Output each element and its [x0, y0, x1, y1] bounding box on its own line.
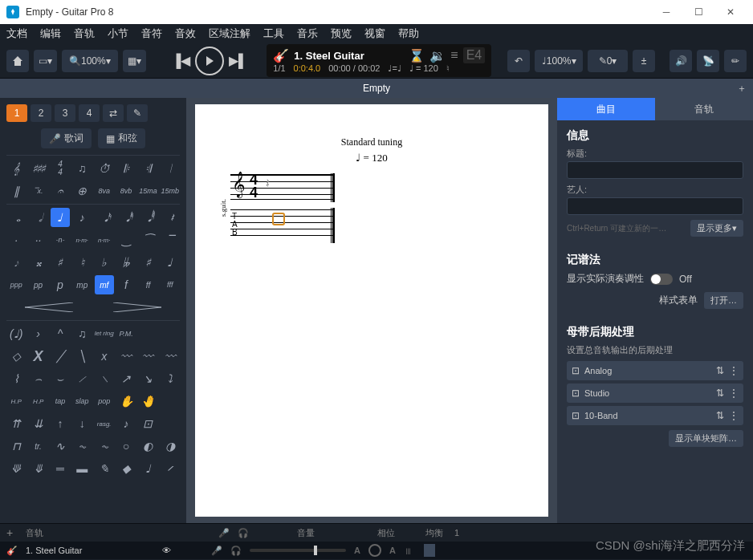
prev-button[interactable]: ▐◀: [172, 53, 190, 68]
barline-button[interactable]: 𝄀: [161, 159, 180, 178]
effect-row-10band[interactable]: ⊡ 10-Band ⇅ ⋮: [567, 406, 743, 425]
brush-button[interactable]: ✏: [724, 50, 747, 72]
accent-button[interactable]: ›: [28, 324, 47, 343]
sharp-button[interactable]: ♯: [51, 253, 70, 272]
sustain-button[interactable]: ═: [51, 459, 70, 478]
rasg-button[interactable]: rasg.: [95, 414, 114, 433]
tap-button[interactable]: tap: [51, 392, 70, 411]
menu-edit[interactable]: 编辑: [40, 26, 61, 41]
track-mic-icon[interactable]: 🎤: [211, 546, 222, 556]
slash-note-button[interactable]: 𝄍: [161, 459, 180, 478]
effect-menu-icon[interactable]: ⋮: [729, 410, 739, 421]
standard-staff[interactable]: 𝄞 44 𝄽: [230, 174, 335, 200]
triplet-feel-button[interactable]: ♫: [72, 159, 92, 178]
menu-window[interactable]: 视窗: [364, 26, 385, 41]
menu-help[interactable]: 帮助: [398, 26, 419, 41]
crescendo-button[interactable]: [6, 298, 92, 317]
grace-note-button[interactable]: 𝆕: [6, 253, 26, 272]
show-matrix-button[interactable]: 显示单块矩阵…: [669, 430, 743, 447]
pop-button[interactable]: pop: [95, 392, 114, 411]
track-row-1[interactable]: 🎸 1. Steel Guitar 👁 🎤 🎧 A A ⫼: [0, 542, 753, 559]
15mb-button[interactable]: 15mb: [161, 181, 180, 201]
mic-icon[interactable]: 🎤: [218, 528, 230, 538]
menu-file[interactable]: 文档: [6, 26, 27, 41]
effect-updown-icon[interactable]: ⇅: [716, 365, 724, 376]
double-sharp-button[interactable]: 𝄪: [28, 253, 47, 272]
effect-menu-icon[interactable]: ⋮: [729, 388, 739, 399]
slide-in-button[interactable]: ╲: [72, 347, 92, 366]
trem-dive-button[interactable]: ⤋: [28, 459, 47, 478]
menu-sound[interactable]: 音乐: [297, 26, 318, 41]
display-mode-button[interactable]: ▭▾: [34, 50, 57, 72]
countdown-icon[interactable]: ≡: [450, 48, 458, 63]
visibility-icon[interactable]: 👁: [162, 546, 171, 555]
alt-ending-button[interactable]: ⎺x.: [28, 181, 47, 201]
tuplet-3-button[interactable]: -n-: [51, 230, 70, 250]
title-input[interactable]: [567, 161, 743, 179]
8vb-button[interactable]: 8vb: [116, 181, 136, 201]
trill-button[interactable]: 〰: [161, 347, 180, 366]
pick-button[interactable]: [161, 414, 180, 433]
free-time-button[interactable]: ⏱: [95, 159, 114, 178]
lyrics-button[interactable]: 🎤 歌词: [41, 128, 92, 148]
pp-button[interactable]: pp: [28, 275, 47, 294]
tie-button[interactable]: ‿: [116, 230, 136, 250]
tab-empty[interactable]: Empty: [363, 83, 390, 94]
edit-cursor[interactable]: [272, 213, 285, 225]
x-icon[interactable]: X: [28, 347, 47, 366]
double-bar-button[interactable]: ‖: [6, 181, 26, 201]
volume-slider[interactable]: [250, 549, 346, 552]
32nd-note-button[interactable]: 𝅘𝅥𝅰: [116, 208, 136, 227]
tremolo-button[interactable]: ⌇: [6, 369, 26, 388]
track-region[interactable]: [424, 544, 435, 557]
decrescendo-button[interactable]: [95, 298, 181, 317]
mf-button[interactable]: mf: [95, 275, 114, 294]
voice-2-button[interactable]: 2: [31, 104, 51, 122]
let-ring-button[interactable]: let ring: [95, 324, 114, 343]
chords-button[interactable]: ▦ 和弦: [98, 128, 145, 148]
next-button[interactable]: ▶▌: [229, 53, 247, 68]
tuning-fork-icon[interactable]: ♮: [446, 63, 450, 74]
beam-button[interactable]: ⎺: [161, 230, 180, 250]
quarter-note-button[interactable]: ♩: [51, 208, 70, 227]
automation-a2-button[interactable]: A: [389, 546, 396, 555]
shift-slide-button[interactable]: ⟍: [95, 369, 114, 388]
open-stylesheet-button[interactable]: 打开…: [704, 292, 743, 309]
hand-icon[interactable]: 🤚: [138, 392, 157, 411]
direction-button[interactable]: ⊕: [72, 181, 92, 201]
wide-vibrato-button[interactable]: 〰: [138, 347, 157, 366]
fff-button[interactable]: fff: [161, 275, 180, 294]
volume-swell-button[interactable]: ▬: [72, 459, 92, 478]
effect-toggle-icon[interactable]: ⊡: [572, 388, 580, 399]
menu-view[interactable]: 预览: [331, 26, 352, 41]
tuplet-nm-button[interactable]: n·m·: [72, 230, 92, 250]
show-more-button[interactable]: 显示更多▾: [690, 220, 743, 237]
accidental-x-button[interactable]: ♯: [138, 253, 157, 272]
palm-icon[interactable]: ✋: [116, 392, 136, 411]
clef-button[interactable]: 𝄞: [6, 159, 26, 178]
timesig-button[interactable]: 44: [51, 159, 70, 178]
transpose-dropdown[interactable]: ✎ 0 ▾: [588, 50, 628, 72]
track-solo-icon[interactable]: 🎧: [230, 546, 242, 556]
menu-bar[interactable]: 小节: [108, 26, 128, 41]
arpeggio-up-button[interactable]: ⇈: [6, 414, 26, 433]
slide-button[interactable]: ╱: [51, 347, 70, 366]
slide-up-button[interactable]: ↗: [116, 369, 136, 388]
voice-4-button[interactable]: 4: [79, 104, 100, 122]
stroke-up-button[interactable]: ↑: [51, 414, 70, 433]
flat-button[interactable]: ♭: [95, 253, 114, 272]
tr-button[interactable]: tr.: [28, 436, 47, 456]
menu-tools[interactable]: 工具: [263, 26, 284, 41]
rest-button[interactable]: 𝄽: [161, 208, 180, 227]
voice-1-button[interactable]: 1: [6, 104, 27, 122]
metronome-icon[interactable]: 🔉: [429, 48, 446, 63]
menu-track[interactable]: 音轨: [74, 26, 95, 41]
broadcast-button[interactable]: 📡: [697, 50, 719, 72]
effect-toggle-icon[interactable]: ⊡: [572, 410, 580, 421]
ghost-note-button[interactable]: (♩): [6, 324, 26, 343]
eighth-note-button[interactable]: ♪: [72, 208, 92, 227]
hp-2-button[interactable]: H.P: [28, 392, 47, 411]
golpe-button[interactable]: ⊡: [138, 414, 157, 433]
brush-up-button[interactable]: [161, 392, 180, 411]
sixteenth-note-button[interactable]: 𝅘𝅥𝅯: [95, 208, 114, 227]
